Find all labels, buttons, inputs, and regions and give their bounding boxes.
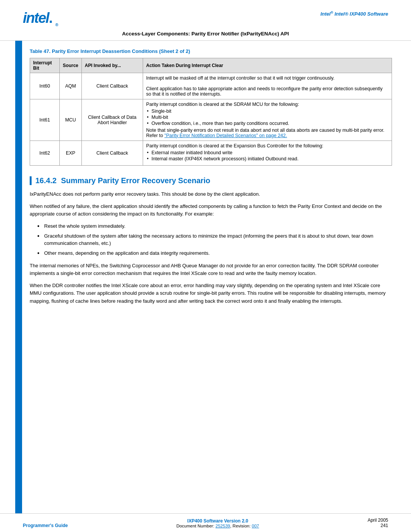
footer-docnum: Document Number: 252539, Revision: 007 — [176, 524, 259, 528]
cell-source: AQM — [60, 73, 82, 99]
main-table: Interrupt Bit Source API Invoked by... A… — [30, 58, 392, 166]
bullet-item: Multi-bit — [146, 115, 389, 120]
bullet-item: Overflow condition, i.e., more than two … — [146, 121, 389, 126]
doc-revision-label: , Revision: — [230, 524, 252, 528]
cell-action: Interrupt will be masked off at the inte… — [143, 73, 392, 99]
page-title: Access-Layer Components: Parity Error No… — [23, 31, 388, 37]
action-text-2: Client application has to take appropria… — [146, 86, 382, 97]
footer-page: 241 — [368, 523, 388, 528]
cell-api-invoked: Client Callback of Data Abort Handler — [81, 99, 143, 141]
main-content: Table 47. Parity Error Interrupt Deasser… — [22, 41, 411, 513]
footer-version: IXP400 Software Version 2.0 — [176, 518, 259, 524]
action-link[interactable]: "Parity Error Notification Detailed Scen… — [164, 133, 287, 138]
bullet-item: Internal master (IXP46X network processo… — [146, 156, 389, 161]
section-heading: 16.4.2 Summary Parity Error Recovery Sce… — [30, 176, 392, 185]
intel-text: Intel — [320, 11, 331, 17]
intel-logo: intel. ® — [23, 11, 57, 27]
col-action: Action Taken During Interrupt Clear — [143, 58, 392, 73]
body-paragraph-1: IxParityENAcc does not perform parity er… — [30, 190, 392, 198]
table-row: Int62 EXP Client Callback Parity interru… — [30, 141, 392, 165]
header-right: Intel® Intel® IXP400 Software — [320, 11, 388, 17]
cell-source: MCU — [60, 99, 82, 141]
page-footer: Programmer's Guide IXP400 Software Versi… — [0, 513, 411, 532]
cell-api-invoked: Client Callback — [81, 73, 143, 99]
footer-right: April 2005 241 — [368, 518, 388, 528]
cell-interrupt-bit: Int61 — [30, 99, 60, 141]
registered-mark: ® — [331, 11, 333, 14]
cell-action: Parity interrupt condition is cleared at… — [143, 99, 392, 141]
action-bullets: External master initiated Inbound write … — [146, 150, 389, 161]
cell-api-invoked: Client Callback — [81, 141, 143, 165]
action-bullets: Single-bit Multi-bit Overflow condition,… — [146, 109, 389, 126]
page: intel. ® Intel® Intel® IXP400 Software A… — [0, 0, 411, 532]
cell-interrupt-bit: Int60 — [30, 73, 60, 99]
section-title: Summary Parity Error Recovery Scenario — [61, 176, 210, 185]
section-number: 16.4.2 — [35, 176, 57, 185]
programmers-guide-label: Programmer's Guide — [23, 523, 68, 528]
bullet-item: Single-bit — [146, 109, 389, 114]
doc-number-label: Document Number: — [176, 524, 215, 528]
body-paragraph-3: The internal memories of NPEs, the Switc… — [30, 262, 392, 277]
body-paragraph-4: When the DDR controller notifies the Int… — [30, 282, 392, 305]
col-interrupt-bit: Interrupt Bit — [30, 58, 60, 73]
col-source: Source — [60, 58, 82, 73]
action-text-1: Interrupt will be masked off at the inte… — [146, 75, 335, 81]
table-header-row: Interrupt Bit Source API Invoked by... A… — [30, 58, 392, 73]
left-accent-bar — [15, 41, 22, 513]
intel-software-label: Intel® Intel® IXP400 Software — [320, 11, 388, 17]
table-title: Table 47. Parity Error Interrupt Deasser… — [30, 48, 392, 54]
body-paragraph-2: When notified of any failure, the client… — [30, 203, 392, 218]
bullet-item: External master initiated Inbound write — [146, 150, 389, 155]
software-name: Intel® IXP400 Software — [335, 11, 388, 17]
doc-revision-link[interactable]: 007 — [252, 524, 259, 528]
doc-number-link[interactable]: 252539 — [215, 524, 230, 528]
footer-left: Programmer's Guide — [23, 523, 68, 528]
table-row: Int60 AQM Client Callback Interrupt will… — [30, 73, 392, 99]
action-intro: Parity interrupt condition is cleared at… — [146, 143, 323, 149]
page-header: intel. ® Intel® Intel® IXP400 Software A… — [0, 0, 411, 41]
footer-center: IXP400 Software Version 2.0 Document Num… — [176, 518, 259, 528]
table-row: Int61 MCU Client Callback of Data Abort … — [30, 99, 392, 141]
bullet-item: Other means, depending on the applicatio… — [37, 249, 392, 257]
body-bullet-list: Reset the whole system immediately. Grac… — [37, 222, 392, 257]
cell-source: EXP — [60, 141, 82, 165]
bullet-item: Graceful shutdown of the system after ta… — [37, 232, 392, 247]
action-intro: Parity interrupt condition is cleared at… — [146, 102, 299, 107]
cell-interrupt-bit: Int62 — [30, 141, 60, 165]
cell-action: Parity interrupt condition is cleared at… — [143, 141, 392, 165]
footer-date: April 2005 — [368, 518, 388, 523]
bullet-item: Reset the whole system immediately. — [37, 222, 392, 230]
content-area: Table 47. Parity Error Interrupt Deasser… — [0, 41, 411, 513]
col-api-invoked: API Invoked by... — [81, 58, 143, 73]
